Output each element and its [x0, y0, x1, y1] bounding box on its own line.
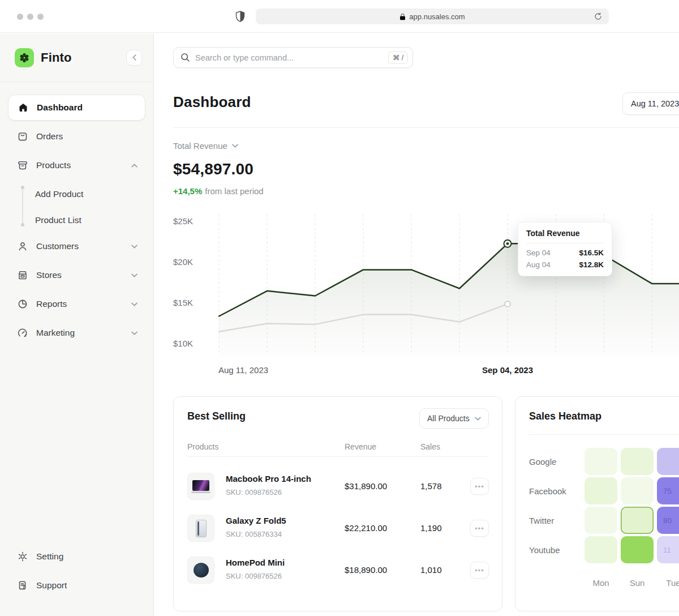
window-controls[interactable]: [17, 14, 44, 20]
sidebar-item-label: Dashboard: [37, 102, 137, 113]
metric-value: $54,897.00: [173, 160, 253, 178]
main-content: ⌘ / Dashboard Aug 11, 2023 Total Revenue…: [154, 33, 679, 616]
product-thumbnail: [187, 473, 214, 500]
home-icon: [18, 102, 29, 113]
sidebar-item-label: Add Product: [35, 189, 83, 199]
heatmap-cell[interactable]: 75: [657, 477, 679, 504]
row-more-button[interactable]: •••: [470, 478, 489, 495]
sidebar-item-orders[interactable]: Orders: [8, 123, 145, 149]
search-input[interactable]: [195, 53, 388, 62]
row-more-button[interactable]: •••: [470, 520, 489, 537]
chart-tooltip: Total Revenue Sep 04$16.5K Aug 04$12.8K: [518, 222, 612, 276]
tooltip-row-label: Sep 04: [526, 249, 551, 257]
tooltip-row-value: $16.5K: [579, 249, 604, 257]
address-bar[interactable]: app.nusales.com: [256, 8, 609, 24]
product-name: HomePod Mini: [226, 558, 285, 567]
page-title: Dashboard: [173, 93, 251, 111]
sidebar-item-product-list[interactable]: Product List: [8, 207, 145, 233]
products-submenu: Add Product Product List: [8, 181, 145, 233]
column-products: Products: [187, 442, 218, 451]
revenue-chart[interactable]: $25K$20K$15K$10K Total Revenue Sep 04$16…: [173, 212, 679, 357]
metric-label: Total Revenue: [173, 141, 227, 151]
heatmap-cell[interactable]: [585, 448, 617, 475]
sidebar-item-label: Products: [36, 160, 131, 170]
product-sku: SKU: 009876526: [226, 572, 282, 580]
search-shortcut-badge: ⌘ /: [388, 52, 408, 64]
sidebar-header: Finto: [0, 33, 153, 82]
sidebar-item-stores[interactable]: Stores: [8, 262, 145, 288]
product-sales: 1,010: [420, 565, 442, 575]
product-filter-dropdown[interactable]: All Products: [419, 408, 489, 429]
heatmap-cell[interactable]: [621, 536, 654, 563]
chevron-down-icon: [475, 417, 481, 421]
heatmap-grid: GoogleFacebook75Twitter80Youtube11MonSun…: [515, 434, 679, 611]
table-divider: [187, 456, 488, 457]
brand-name: Finto: [41, 50, 126, 65]
y-axis-tick: $10K: [173, 339, 198, 348]
heatmap-cell[interactable]: [585, 507, 617, 534]
filter-label: All Products: [427, 414, 470, 423]
sidebar-item-label: Product List: [35, 215, 81, 225]
heatmap-cell[interactable]: [621, 448, 654, 475]
reload-icon[interactable]: [593, 11, 603, 22]
submenu-track: [22, 187, 23, 225]
heatmap-cell[interactable]: 11: [657, 536, 679, 563]
row-more-button[interactable]: •••: [470, 562, 489, 579]
sales-heatmap-card: Sales Heatmap GoogleFacebook75Twitter80Y…: [515, 396, 679, 611]
date-range-button[interactable]: Aug 11, 2023: [622, 92, 679, 115]
chevron-down-icon: [131, 302, 137, 306]
search-icon: [181, 53, 190, 62]
help-doc-icon: [17, 580, 28, 591]
product-sales: 1,578: [420, 481, 442, 491]
browser-chrome: app.nusales.com: [0, 0, 679, 33]
sidebar-item-customers[interactable]: Customers: [8, 233, 145, 259]
table-row[interactable]: Macbook Pro 14-inch SKU: 009876526 $31,8…: [174, 465, 503, 507]
sidebar-nav: Dashboard Orders Products Add Product: [0, 82, 153, 346]
heatmap-cell[interactable]: [585, 477, 617, 504]
metric-selector[interactable]: Total Revenue: [173, 141, 238, 151]
header-divider: [173, 127, 679, 128]
sidebar-item-reports[interactable]: Reports: [8, 291, 145, 317]
delta-value: +14,5%: [173, 186, 202, 196]
chevron-down-icon: [131, 331, 137, 335]
product-thumbnail: [187, 515, 214, 542]
storefront-icon: [17, 270, 28, 281]
sidebar-collapse-button[interactable]: [126, 50, 142, 66]
sidebar-item-marketing[interactable]: Marketing: [8, 320, 145, 346]
column-revenue: Revenue: [345, 442, 376, 451]
heatmap-cell[interactable]: [621, 477, 654, 504]
heatmap-cell[interactable]: [657, 448, 679, 475]
column-sales: Sales: [420, 442, 440, 451]
tooltip-title: Total Revenue: [526, 229, 604, 238]
heatmap-row-label: Facebook: [529, 477, 583, 504]
table-row[interactable]: Galaxy Z Fold5 SKU: 005876334 $22,210.00…: [174, 507, 503, 549]
sidebar-item-setting[interactable]: Setting: [8, 544, 145, 570]
sidebar-footer: Setting Support: [8, 544, 145, 601]
sidebar-item-label: Stores: [36, 270, 131, 280]
search-bar[interactable]: ⌘ /: [173, 47, 413, 68]
sidebar-item-add-product[interactable]: Add Product: [8, 181, 145, 207]
gear-icon: [17, 551, 28, 562]
y-axis-tick: $25K: [173, 216, 198, 226]
product-sales: 1,190: [420, 523, 442, 533]
sidebar-item-label: Setting: [36, 551, 137, 562]
chevron-up-icon: [131, 164, 137, 168]
best-selling-card: Best Selling All Products Products Reven…: [173, 396, 502, 611]
x-axis-labels: Aug 11, 2023Sep 04, 2023: [173, 365, 679, 378]
sidebar-item-support[interactable]: Support: [8, 572, 145, 598]
heatmap-col-label: Mon: [585, 578, 617, 588]
table-row[interactable]: HomePod Mini SKU: 009876526 $18,890.00 1…: [174, 549, 503, 591]
sidebar-item-label: Support: [36, 580, 137, 591]
sidebar-item-products[interactable]: Products: [8, 152, 145, 178]
tooltip-row-value: $12.8K: [579, 260, 604, 269]
product-sku: SKU: 005876334: [226, 530, 282, 538]
heatmap-cell[interactable]: [621, 507, 654, 534]
product-name: Galaxy Z Fold5: [226, 516, 286, 525]
date-range-label: Aug 11, 2023: [631, 99, 679, 108]
shield-icon[interactable]: [235, 11, 245, 25]
y-axis-tick: $15K: [173, 298, 198, 307]
heatmap-cell[interactable]: 80: [657, 507, 679, 534]
heatmap-cell[interactable]: [585, 536, 617, 563]
sidebar-item-dashboard[interactable]: Dashboard: [8, 95, 145, 121]
gauge-icon: [17, 327, 28, 339]
